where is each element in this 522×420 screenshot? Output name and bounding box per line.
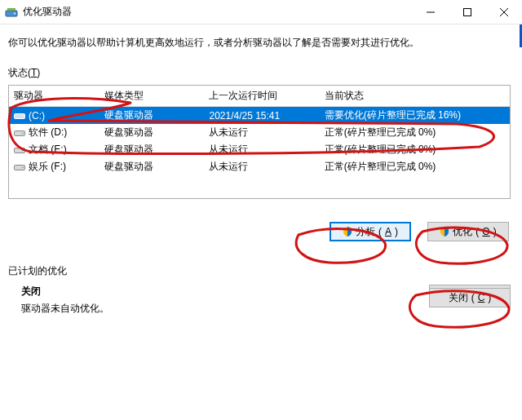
shield-icon [343, 227, 352, 237]
drive-label: (C:) [29, 110, 45, 122]
last-run: 2021/4/25 15:41 [204, 107, 319, 125]
close-button[interactable] [485, 0, 522, 24]
svg-point-6 [22, 115, 24, 117]
last-run: 从未运行 [204, 158, 319, 175]
table-row[interactable]: (C:)硬盘驱动器2021/4/25 15:41需要优化(碎片整理已完成 16%… [9, 107, 510, 125]
shield-icon [440, 227, 449, 237]
drive-icon [14, 163, 25, 171]
table-header-row[interactable]: 驱动器 媒体类型 上一次运行时间 当前状态 [9, 86, 510, 107]
status-section-label: 状态(T) [8, 66, 511, 80]
media-type: 硬盘驱动器 [100, 158, 205, 175]
col-header-status[interactable]: 当前状态 [320, 86, 510, 107]
optimize-button[interactable]: 优化(O) [427, 222, 509, 241]
table-row[interactable]: 文档 (E:)硬盘驱动器从未运行正常(碎片整理已完成 0%) [9, 141, 510, 158]
minimize-button[interactable] [412, 0, 449, 24]
table-row[interactable]: 软件 (D:)硬盘驱动器从未运行正常(碎片整理已完成 0%) [9, 124, 510, 141]
current-status: 正常(碎片整理已完成 0%) [320, 124, 510, 141]
drive-label: 文档 (E:) [29, 143, 67, 157]
maximize-button[interactable] [449, 0, 485, 24]
drive-icon [14, 146, 25, 154]
current-status: 正常(碎片整理已完成 0%) [320, 158, 510, 175]
description-text: 你可以优化驱动器以帮助计算机更高效地运行，或者分析驱动器以了解是否需要对其进行优… [8, 36, 511, 50]
svg-rect-4 [463, 8, 471, 15]
app-icon [5, 6, 18, 19]
drive-table[interactable]: 驱动器 媒体类型 上一次运行时间 当前状态 (C:)硬盘驱动器2021/4/25… [8, 85, 511, 199]
title-bar: 优化驱动器 [0, 0, 522, 24]
svg-point-8 [22, 132, 24, 134]
last-run: 从未运行 [204, 141, 319, 158]
current-status: 正常(碎片整理已完成 0%) [320, 141, 510, 158]
drive-label: 娱乐 (F:) [29, 160, 66, 174]
media-type: 硬盘驱动器 [100, 124, 205, 141]
last-run: 从未运行 [204, 124, 319, 141]
table-row[interactable]: 娱乐 (F:)硬盘驱动器从未运行正常(碎片整理已完成 0%) [9, 158, 510, 175]
current-status: 需要优化(碎片整理已完成 16%) [320, 107, 510, 125]
media-type: 硬盘驱动器 [100, 141, 205, 158]
media-type: 硬盘驱动器 [100, 107, 205, 125]
svg-point-3 [14, 12, 15, 14]
drive-icon [14, 129, 25, 137]
drive-icon [14, 112, 25, 120]
scheduled-message: 驱动器未自动优化。 [21, 302, 421, 316]
svg-point-10 [22, 149, 24, 151]
svg-point-12 [22, 166, 24, 168]
window-title: 优化驱动器 [23, 5, 72, 19]
col-header-drive[interactable]: 驱动器 [9, 86, 100, 107]
svg-rect-2 [7, 8, 15, 11]
scheduled-section-label: 已计划的优化 [8, 264, 511, 278]
col-header-media[interactable]: 媒体类型 [100, 86, 205, 107]
col-header-last[interactable]: 上一次运行时间 [204, 86, 319, 107]
close-window-button[interactable]: 关闭(C) [429, 288, 511, 307]
drive-label: 软件 (D:) [29, 126, 67, 139]
analyze-button[interactable]: 分析(A) [330, 222, 411, 241]
scheduled-state: 关闭 [21, 285, 421, 298]
